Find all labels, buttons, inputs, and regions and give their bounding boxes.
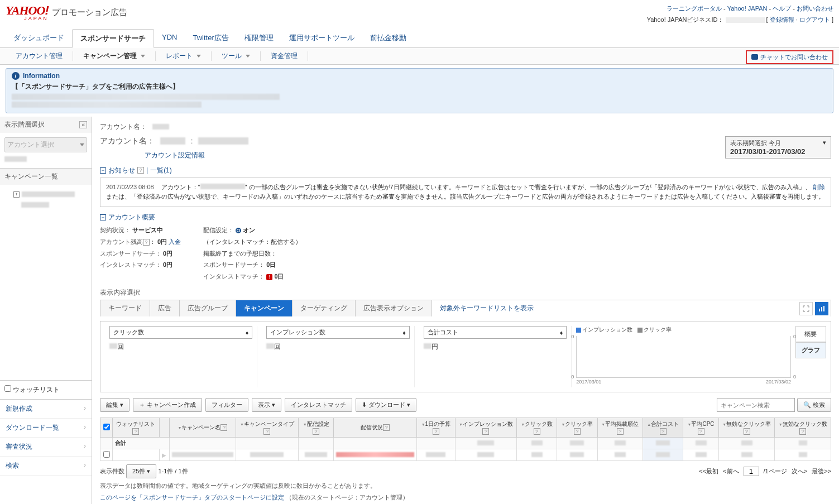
collapse-icon[interactable]: −: [100, 214, 106, 220]
ctab-adgroup[interactable]: 広告グループ: [180, 300, 236, 316]
metric-select-2[interactable]: インプレッション数♦: [266, 326, 409, 339]
expand-icon[interactable]: +: [13, 191, 20, 198]
subnav-report[interactable]: レポート: [156, 51, 212, 61]
tab-dashboard[interactable]: ダッシュボード: [6, 29, 72, 47]
col-invalid-clicks[interactable]: ▼無効なクリック数?: [775, 418, 831, 438]
ctab-ad[interactable]: 広告: [150, 300, 180, 316]
sidebar-link-downloads[interactable]: ダウンロード一覧›: [0, 419, 92, 438]
col-daily-budget[interactable]: ▼1日の予算?: [417, 418, 455, 438]
date-range-selector[interactable]: 表示期間選択 今月 ▾ 2017/03/01-2017/03/02: [725, 136, 831, 159]
tab-graph[interactable]: グラフ: [795, 342, 826, 358]
pager-prev[interactable]: <前へ: [723, 467, 739, 476]
notice-delete[interactable]: 削除: [813, 183, 825, 193]
collapse-icon[interactable]: −: [100, 167, 106, 174]
page-info: 1-1件 / 1件: [158, 468, 188, 474]
help-icon[interactable]: ?: [137, 167, 144, 174]
ctab-campaign[interactable]: キャンペーン: [236, 300, 293, 316]
chart-toggle-button[interactable]: [815, 302, 828, 315]
im-balance: 0円: [163, 261, 172, 268]
link-help[interactable]: ヘルプ: [773, 5, 791, 12]
select-all-checkbox[interactable]: [103, 424, 110, 430]
notice-list-link[interactable]: 一覧(1): [150, 166, 172, 175]
ss-days: 0日: [266, 261, 276, 268]
campaign-search-input[interactable]: [717, 398, 795, 412]
col-clicks[interactable]: ▼クリック数?: [517, 418, 557, 438]
download-button[interactable]: ⬇ダウンロード ▾: [356, 398, 416, 412]
redacted-text: [160, 137, 185, 145]
col-delivery-status[interactable]: 配信状況?: [334, 418, 417, 438]
campaign-tree-item[interactable]: +: [4, 189, 87, 200]
negative-keywords-link[interactable]: 対象外キーワードリストを表示: [440, 304, 534, 312]
tab-permissions[interactable]: 権限管理: [237, 29, 281, 47]
pager-last[interactable]: 最後>>: [812, 467, 831, 476]
sidebar-link-review[interactable]: 審査状況›: [0, 438, 92, 457]
account-select[interactable]: アカウント選択: [4, 137, 87, 152]
link-reg-info[interactable]: 登録情報: [770, 16, 794, 23]
im-days: 0日: [274, 273, 284, 280]
interest-match-button[interactable]: インタレストマッチ: [285, 398, 352, 412]
overview-header[interactable]: アカウント概要: [108, 213, 155, 222]
rows-label: 表示件数: [100, 468, 124, 474]
sidebar-link-create[interactable]: 新規作成›: [0, 400, 92, 419]
row-checkbox[interactable]: [103, 451, 110, 458]
set-start-page-link[interactable]: このページを「スポンサードサーチ」タブのスタートページに設定: [100, 494, 284, 501]
link-yahoo-japan[interactable]: Yahoo! JAPAN: [727, 5, 768, 12]
col-avg-cpc[interactable]: ▼平均CPC?: [683, 418, 719, 438]
col-impressions[interactable]: ▼インプレッション数?: [455, 418, 517, 438]
ctab-targeting[interactable]: ターゲティング: [293, 300, 356, 316]
display-button[interactable]: 表示 ▾: [252, 398, 281, 412]
content-tabs: キーワード 広告 広告グループ キャンペーン ターゲティング 広告表示オプション…: [100, 300, 831, 316]
col-invalid-ctr[interactable]: ▼無効なクリック率?: [718, 418, 775, 438]
help-icon[interactable]: ?: [143, 239, 150, 246]
col-delivery-setting[interactable]: ▼配信設定?: [298, 418, 333, 438]
deposit-link[interactable]: 入金: [169, 238, 181, 245]
ctab-ad-options[interactable]: 広告表示オプション: [356, 300, 432, 316]
tab-support-tool[interactable]: 運用サポートツール: [281, 29, 362, 47]
chart: インプレッション数 クリック率 0 0 0 0 2017/03/012017/0…: [576, 326, 791, 387]
rows-per-page[interactable]: 25件 ▾: [126, 464, 156, 478]
tab-ydn[interactable]: YDN: [154, 29, 185, 47]
collapse-sidebar-button[interactable]: «: [79, 121, 87, 128]
svg-rect-0: [819, 309, 820, 311]
edit-button[interactable]: 編集 ▾: [100, 398, 130, 412]
search-button[interactable]: 🔍 検索: [797, 398, 831, 412]
subnav-tool[interactable]: ツール: [212, 51, 261, 61]
link-contact[interactable]: お問い合わせ: [797, 5, 833, 12]
chat-contact-button[interactable]: チャットでお問い合わせ: [746, 50, 833, 64]
link-logout[interactable]: ログアウト: [799, 16, 830, 23]
current-start-page: （現在のスタートページ：アカウント管理）: [286, 494, 409, 501]
metric-select-1[interactable]: クリック数♦: [109, 326, 252, 339]
account-settings-link[interactable]: アカウント設定情報: [145, 151, 205, 159]
create-campaign-button[interactable]: ＋キャンペーン作成: [133, 398, 202, 412]
link-learning-portal[interactable]: ラーニングポータル: [667, 5, 722, 12]
col-campaign-name[interactable]: ▼キャンペーン名?: [169, 418, 236, 438]
ctab-keyword[interactable]: キーワード: [100, 300, 150, 316]
page-total: /1ページ: [764, 467, 787, 476]
table-row[interactable]: ▶: [100, 449, 831, 461]
col-status[interactable]: [159, 418, 169, 438]
page-input[interactable]: [744, 467, 759, 476]
days-remaining-label: 掲載終了までの予想日数：: [203, 248, 301, 260]
pager-first[interactable]: <<最初: [699, 467, 718, 476]
filter-button[interactable]: フィルター: [205, 398, 248, 412]
fullscreen-button[interactable]: [799, 302, 813, 315]
col-watchlist[interactable]: ウォッチリスト?: [113, 418, 160, 438]
pager-next[interactable]: 次へ>: [792, 467, 807, 476]
col-ctr[interactable]: ▼クリック率?: [557, 418, 597, 438]
watchlist-checkbox[interactable]: ウォッチリスト: [4, 386, 60, 393]
notice-date: 2017/02/23 08:08: [106, 184, 154, 190]
metric-select-3[interactable]: 合計コスト♦: [424, 326, 567, 339]
subnav-funds[interactable]: 資金管理: [261, 51, 308, 61]
subnav-campaign[interactable]: キャンペーン管理: [73, 51, 156, 61]
svg-rect-2: [823, 306, 824, 311]
tab-prepaid[interactable]: 前払金移動: [362, 29, 414, 47]
tab-summary[interactable]: 概要: [795, 326, 826, 342]
col-avg-position[interactable]: ▼平均掲載順位?: [597, 418, 643, 438]
tab-twitter[interactable]: Twitter広告: [185, 29, 236, 47]
col-total-cost[interactable]: ▲合計コスト?: [643, 418, 683, 438]
sidebar-link-search[interactable]: 検索›: [0, 457, 92, 476]
subnav-account[interactable]: アカウント管理: [6, 51, 73, 61]
tab-sponsored-search[interactable]: スポンサードサーチ: [72, 29, 154, 48]
col-campaign-type[interactable]: ▼キャンペーンタイプ?: [236, 418, 298, 438]
notice-header[interactable]: お知らせ: [108, 166, 135, 175]
